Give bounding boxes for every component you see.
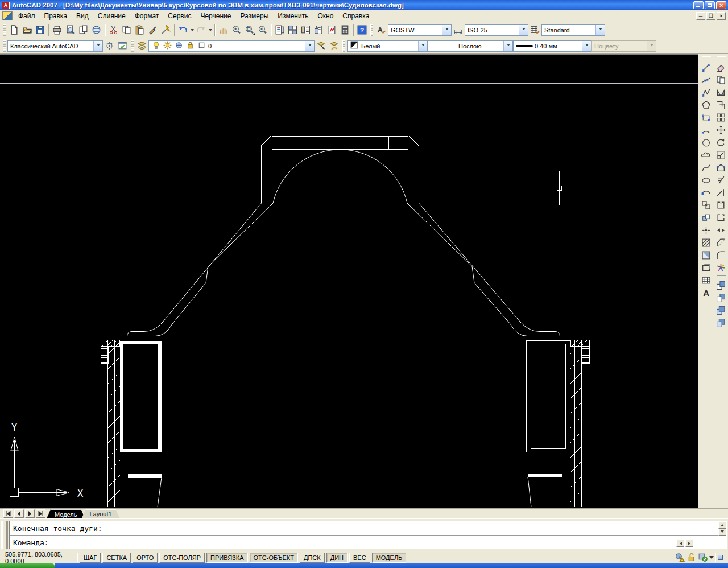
publish-button[interactable] xyxy=(77,24,90,36)
help-button[interactable]: ? xyxy=(355,24,369,36)
pan-button[interactable] xyxy=(217,24,230,36)
menu-справка[interactable]: Справка xyxy=(338,10,374,22)
layer-on-icon[interactable] xyxy=(151,40,161,51)
match-properties-button[interactable] xyxy=(146,24,159,36)
layer-freeze-icon[interactable] xyxy=(163,40,172,51)
close-button[interactable]: × xyxy=(716,1,726,9)
menu-черчение[interactable]: Черчение xyxy=(196,10,235,22)
my-workspace-button[interactable] xyxy=(116,40,129,52)
arc-button[interactable] xyxy=(700,124,713,136)
toggle-привязка[interactable]: ПРИВЯЗКА xyxy=(206,553,247,563)
drawing-canvas[interactable]: Y X xyxy=(0,54,698,508)
text-style-button[interactable]: A xyxy=(375,24,388,36)
toggle-отс-поляр[interactable]: ОТС-ПОЛЯР xyxy=(159,553,205,563)
draworder-back-button[interactable] xyxy=(715,291,727,304)
text-style-combo[interactable]: GOSTW xyxy=(388,24,452,36)
toggle-модель[interactable]: МОДЕЛЬ xyxy=(372,553,407,563)
offset-button[interactable] xyxy=(715,98,727,111)
polyline-button[interactable] xyxy=(700,86,713,98)
toggle-сетка[interactable]: СЕТКА xyxy=(102,553,131,563)
polygon-button[interactable] xyxy=(700,98,713,111)
hatch-button[interactable] xyxy=(700,236,713,249)
gradient-button[interactable] xyxy=(700,249,713,261)
start-button-edge[interactable] xyxy=(0,563,55,568)
plot-preview-button[interactable] xyxy=(64,24,77,36)
menu-сервис[interactable]: Сервис xyxy=(163,10,196,22)
make-object-layer-current-button[interactable] xyxy=(315,40,328,52)
table-style-combo[interactable]: Standard xyxy=(541,24,605,36)
erase-button[interactable] xyxy=(715,61,727,73)
scale-button[interactable] xyxy=(715,149,727,161)
workspace-settings-button[interactable] xyxy=(103,40,116,52)
zoom-window-button[interactable] xyxy=(243,24,256,36)
plot-button[interactable] xyxy=(51,24,64,36)
rectangle-button[interactable] xyxy=(700,111,713,124)
toolbar-grip[interactable] xyxy=(131,40,134,52)
quickcalc-button[interactable] xyxy=(338,24,351,36)
mirror-button[interactable] xyxy=(715,86,727,98)
mdi-restore-button[interactable]: ❐ xyxy=(706,12,715,20)
array-button[interactable] xyxy=(715,111,727,124)
spline-button[interactable] xyxy=(700,161,713,174)
linetype-combo[interactable]: Послою xyxy=(428,40,513,52)
command-prompt-line[interactable]: Команда: xyxy=(10,536,726,550)
tab-first-button[interactable] xyxy=(3,509,13,518)
toolbar-lock-icon[interactable] xyxy=(698,552,708,563)
revision-cloud-button[interactable] xyxy=(700,149,713,161)
chevron-down-icon[interactable] xyxy=(305,41,314,51)
properties-button[interactable] xyxy=(273,24,286,36)
design-center-button[interactable] xyxy=(286,24,299,36)
block-editor-button[interactable] xyxy=(159,24,172,36)
tab-prev-button[interactable] xyxy=(14,509,24,518)
coordinates-readout[interactable]: 505.9771, 803.0685, 0.0000 xyxy=(2,553,78,562)
line-button[interactable] xyxy=(700,61,713,73)
scroll-down-button[interactable] xyxy=(718,529,726,536)
toolbar-grip[interactable] xyxy=(702,56,711,59)
markup-set-manager-button[interactable] xyxy=(325,24,338,36)
join-button[interactable] xyxy=(715,224,727,236)
chevron-down-icon[interactable] xyxy=(442,25,451,35)
menu-слияние[interactable]: Слияние xyxy=(93,10,130,22)
tray-chevron-icon[interactable] xyxy=(709,556,714,561)
break-at-point-button[interactable] xyxy=(715,199,727,211)
clean-screen-button[interactable] xyxy=(715,553,725,562)
stretch-button[interactable] xyxy=(715,161,727,174)
move-button[interactable] xyxy=(715,124,727,136)
cut-button[interactable] xyxy=(107,24,120,36)
menu-размеры[interactable]: Размеры xyxy=(235,10,273,22)
chevron-down-icon[interactable] xyxy=(519,25,528,35)
region-button[interactable] xyxy=(700,261,713,274)
menu-окно[interactable]: Окно xyxy=(313,10,338,22)
scroll-right-button[interactable] xyxy=(685,540,693,547)
undo-dropdown-arrow[interactable] xyxy=(189,24,195,36)
draworder-above-button[interactable] xyxy=(715,304,727,316)
chevron-down-icon[interactable] xyxy=(503,41,512,51)
tab-layout1[interactable]: Layout1 xyxy=(81,509,119,518)
insert-block-button[interactable] xyxy=(700,199,713,211)
rotate-button[interactable] xyxy=(715,136,727,149)
command-text-area[interactable]: Конечная точка дуги: Команда: xyxy=(9,521,727,549)
menu-вид[interactable]: Вид xyxy=(72,10,93,22)
command-window-grip[interactable] xyxy=(1,521,8,549)
copy-button[interactable] xyxy=(120,24,133,36)
mdi-minimize-button[interactable]: ─ xyxy=(696,12,705,20)
toolbar-grip[interactable] xyxy=(717,56,726,59)
redo-dropdown-arrow[interactable] xyxy=(208,24,213,36)
point-button[interactable] xyxy=(700,224,713,236)
toggle-отс-объект[interactable]: ОТС-ОБЪЕКТ xyxy=(250,553,298,563)
layer-previous-button[interactable] xyxy=(328,40,341,52)
chevron-down-icon[interactable] xyxy=(595,25,605,35)
toolbar-grip[interactable] xyxy=(3,40,6,52)
circle-button[interactable] xyxy=(700,136,713,149)
workspace-combo[interactable]: Классический AutoCAD xyxy=(7,40,103,52)
menu-изменить[interactable]: Изменить xyxy=(273,10,313,22)
open-button[interactable] xyxy=(20,24,34,36)
construction-line-button[interactable] xyxy=(700,73,713,86)
save-button[interactable] xyxy=(34,24,47,36)
layer-combo[interactable]: 0 xyxy=(148,40,315,52)
redo-button[interactable] xyxy=(195,24,208,36)
menu-файл[interactable]: Файл xyxy=(14,10,40,22)
scroll-left-button[interactable] xyxy=(676,540,684,547)
new-button[interactable] xyxy=(7,24,20,36)
chevron-down-icon[interactable] xyxy=(418,41,427,51)
